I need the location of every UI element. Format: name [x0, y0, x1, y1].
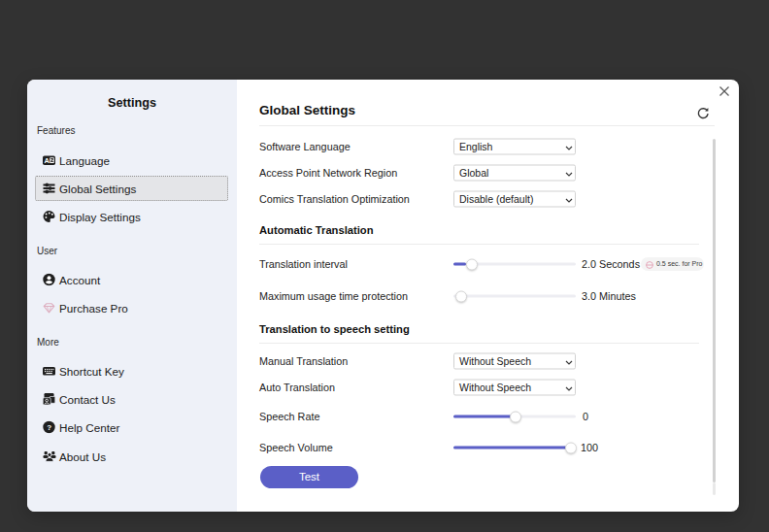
svg-text:?: ? — [47, 423, 51, 432]
svg-text:A: A — [45, 156, 50, 165]
